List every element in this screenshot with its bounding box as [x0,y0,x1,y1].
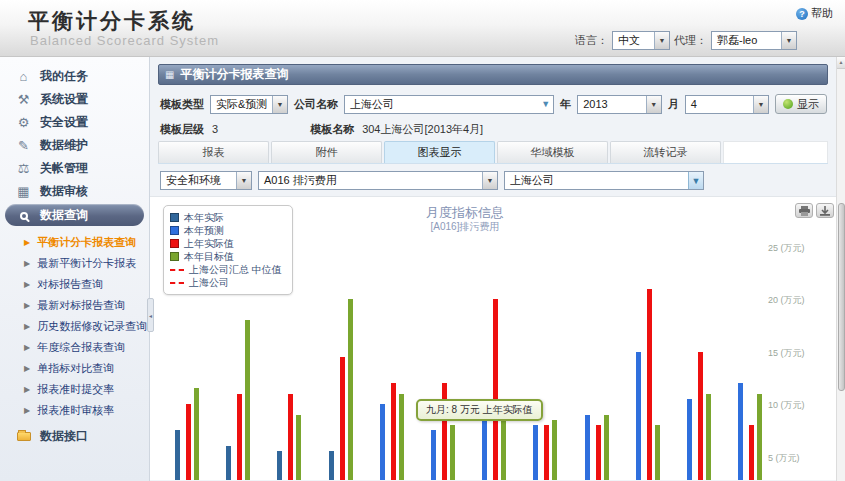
sidebar-submenu-item[interactable]: ▶报表准时提交率 [0,379,149,400]
bar-本年实际-三月[interactable] [277,451,282,480]
bar-本年预测-六月[interactable] [431,430,436,480]
bar-本年实际-一月[interactable] [175,430,180,480]
sidebar-submenu: ▶平衡计分卡报表查询▶最新平衡计分卡报表▶对标报告查询▶最新对标报告查询▶历史数… [0,227,149,421]
year-select[interactable]: 2013 ▼ [577,95,661,114]
chart-company-select[interactable]: 上海公司 ▼ [504,171,704,190]
gear-icon: ⚙ [16,116,31,129]
legend-swatch-icon [170,213,179,222]
sidebar-item-label: 安全设置 [40,114,88,131]
sidebar-submenu-item[interactable]: ▶最新对标报告查询 [0,295,149,316]
sidebar-item[interactable]: ⚙安全设置 [0,111,149,134]
bar-本年目标值-四月[interactable] [348,299,353,480]
sidebar-item[interactable]: ⚒系统设置 [0,88,149,111]
panel-title: 平衡计分卡报表查询 [180,66,288,83]
sidebar-submenu-item[interactable]: ▶平衡计分卡报表查询 [0,232,149,253]
language-select[interactable]: 中文 ▼ [612,31,670,50]
scroll-up-arrow[interactable]: ▲ [837,57,845,69]
bar-上年实际值-八月[interactable] [544,425,549,480]
bar-本年目标值-八月[interactable] [552,420,557,480]
bar-本年目标值-九月[interactable] [604,415,609,481]
chevron-down-icon[interactable]: ▼ [236,172,251,189]
month-select[interactable]: 4 ▼ [685,95,769,114]
sidebar-item[interactable]: ▦数据审核 [0,180,149,203]
help-button[interactable]: ? 帮助 [796,6,833,21]
bar-本年目标值-十月[interactable] [655,425,660,480]
main-content: ▦ 平衡计分卡报表查询 模板类型 实际&预测 ▼ 公司名称 上海公司 ▼ 年 2… [150,57,845,481]
sidebar-item-label: 关帐管理 [40,160,88,177]
print-button[interactable] [795,203,813,218]
bar-本年预测-五月[interactable] [380,404,385,480]
chevron-down-icon[interactable]: ▼ [654,32,669,49]
bar-上年实际值-四月[interactable] [340,357,345,480]
bar-本年实际-四月[interactable] [329,451,334,480]
bar-本年目标值-六月[interactable] [450,425,455,480]
bar-上年实际值-十二月[interactable] [749,425,754,480]
company-select[interactable]: 上海公司 ▼ [344,95,554,114]
bar-本年预测-十一月[interactable] [687,399,692,480]
bar-上年实际值-六月[interactable] [442,383,447,480]
submenu-item-label: 报表准时提交率 [37,382,114,397]
bar-本年目标值-三月[interactable] [296,415,301,481]
tab-报表[interactable]: 报表 [158,141,269,163]
bar-上年实际值-二月[interactable] [237,394,242,481]
bar-本年预测-十二月[interactable] [738,383,743,480]
chevron-down-icon[interactable]: ▼ [538,96,553,113]
sidebar-item[interactable]: ✎数据维护 [0,134,149,157]
bar-上年实际值-七月[interactable] [493,299,498,480]
agent-select[interactable]: 郭磊-leo ▼ [711,31,797,50]
sidebar-submenu-item[interactable]: ▶对标报告查询 [0,274,149,295]
sidebar-submenu-item[interactable]: ▶年度综合报表查询 [0,337,149,358]
y-axis-label: 10 (万元) [768,399,840,412]
tab-图表显示[interactable]: 图表显示 [384,141,495,163]
bar-本年预测-八月[interactable] [533,425,538,480]
sidebar-submenu-item[interactable]: ▶历史数据修改记录查询 [0,316,149,337]
bar-本年目标值-七月[interactable] [501,420,506,480]
sidebar-submenu-item[interactable]: ▶最新平衡计分卡报表 [0,253,149,274]
show-button[interactable]: 显示 [775,94,827,114]
chevron-down-icon[interactable]: ▼ [482,172,497,189]
sidebar-submenu-item[interactable]: ▶报表准时审核率 [0,400,149,421]
category-select[interactable]: 安全和环境 ▼ [160,171,252,190]
tab-附件[interactable]: 附件 [271,141,382,163]
download-icon [820,206,830,216]
y-axis-label: 20 (万元) [768,294,840,307]
bar-本年实际-二月[interactable] [226,446,231,480]
tab-流转记录[interactable]: 流转记录 [610,141,721,163]
chevron-down-icon[interactable]: ▼ [646,96,661,113]
bar-上年实际值-十月[interactable] [647,289,652,481]
bar-上年实际值-五月[interactable] [391,383,396,480]
sidebar-item[interactable]: 数据查询 [5,204,144,226]
bar-本年目标值-五月[interactable] [399,394,404,481]
chevron-down-icon[interactable]: ▼ [688,172,703,189]
tab-bar: 报表附件图表显示华域模板流转记录 [158,141,828,164]
template-level-value: 3 [212,123,218,135]
y-axis-label: 25 (万元) [768,242,840,255]
sidebar-item-data-interface[interactable]: 数据接口 [0,425,149,448]
bar-上年实际值-十一月[interactable] [698,352,703,481]
bar-本年预测-七月[interactable] [482,415,487,481]
bar-上年实际值-九月[interactable] [596,425,601,480]
bar-本年目标值-二月[interactable] [245,320,250,480]
sidebar-item[interactable]: ⌂我的任务 [0,65,149,88]
export-button[interactable] [816,203,834,218]
sidebar-submenu-item[interactable]: ▶单指标对比查询 [0,358,149,379]
sidebar-collapse-handle[interactable]: ◂ [147,298,154,332]
bar-本年目标值-十二月[interactable] [757,394,762,481]
chevron-down-icon[interactable]: ▼ [781,32,796,49]
tab-华域模板[interactable]: 华域模板 [497,141,608,163]
legend-label: 本年目标值 [184,250,234,263]
bar-本年目标值-十一月[interactable] [706,394,711,481]
indicator-select[interactable]: A016 排污费用 ▼ [258,171,498,190]
chevron-down-icon[interactable]: ▼ [753,96,768,113]
template-type-select[interactable]: 实际&预测 ▼ [210,95,288,114]
scroll-thumb[interactable] [838,203,845,391]
bar-本年预测-九月[interactable] [585,415,590,481]
sidebar-menu: ⌂我的任务⚒系统设置⚙安全设置✎数据维护⚖关帐管理▦数据审核数据查询 [0,65,149,226]
bar-本年预测-十月[interactable] [636,352,641,481]
sidebar-item[interactable]: ⚖关帐管理 [0,157,149,180]
chevron-down-icon[interactable]: ▼ [272,96,287,113]
bar-上年实际值-三月[interactable] [288,394,293,481]
bar-上年实际值-一月[interactable] [186,404,191,480]
bar-本年目标值-一月[interactable] [194,388,199,480]
printer-icon [799,206,810,216]
